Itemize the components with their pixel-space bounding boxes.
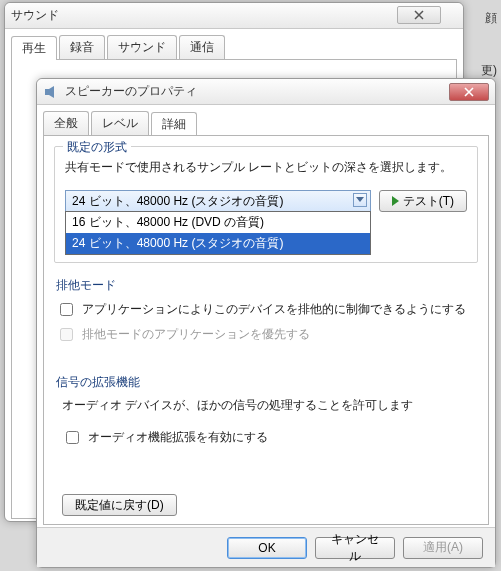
chevron-down-icon: [353, 193, 367, 207]
combo-option-24bit[interactable]: 24 ビット、48000 Hz (スタジオの音質): [66, 233, 370, 254]
apply-button[interactable]: 適用(A): [403, 537, 483, 559]
dialog-title: スピーカーのプロパティ: [65, 83, 449, 100]
exclusive-mode-legend: 排他モード: [56, 277, 476, 294]
tab-sounds[interactable]: サウンド: [107, 35, 177, 59]
audio-enhance-checkbox-row[interactable]: オーディオ機能拡張を有効にする: [62, 428, 476, 447]
dialog-close-button[interactable]: [449, 83, 489, 101]
tab-communication[interactable]: 通信: [179, 35, 225, 59]
signal-enhance-legend: 信号の拡張機能: [56, 374, 476, 391]
exclusive-control-checkbox-row[interactable]: アプリケーションによりこのデバイスを排他的に制御できるようにする: [56, 300, 476, 319]
exclusive-control-label: アプリケーションによりこのデバイスを排他的に制御できるようにする: [82, 301, 466, 318]
exclusive-mode-group: 排他モード アプリケーションによりこのデバイスを排他的に制御できるようにする 排…: [54, 277, 478, 360]
tab-recording[interactable]: 録音: [59, 35, 105, 59]
sound-tabs: 再生 録音 サウンド 通信: [5, 29, 463, 59]
signal-enhance-group: 信号の拡張機能 オーディオ デバイスが、ほかの信号の処理することを許可します オ…: [54, 374, 478, 463]
sample-format-combo[interactable]: 24 ビット、48000 Hz (スタジオの音質) 16 ビット、48000 H…: [65, 190, 371, 212]
cutoff-text-2: 更): [481, 62, 497, 79]
sound-close-button[interactable]: [397, 6, 441, 24]
sound-title: サウンド: [11, 7, 457, 24]
play-icon: [392, 196, 399, 206]
restore-defaults-button[interactable]: 既定値に戻す(D): [62, 494, 177, 516]
exclusive-control-checkbox[interactable]: [60, 303, 73, 316]
apply-label: 適用(A): [423, 539, 463, 556]
tab-level[interactable]: レベル: [91, 111, 149, 135]
signal-enhance-desc: オーディオ デバイスが、ほかの信号の処理することを許可します: [62, 397, 476, 414]
advanced-tab-body: 既定の形式 共有モードで使用されるサンプル レートとビットの深さを選択します。 …: [43, 135, 489, 525]
exclusive-priority-checkbox-row: 排他モードのアプリケーションを優先する: [56, 325, 476, 344]
cancel-button[interactable]: キャンセル: [315, 537, 395, 559]
dialog-tabs: 全般 レベル 詳細: [37, 105, 495, 135]
default-format-group: 既定の形式 共有モードで使用されるサンプル レートとビットの深さを選択します。 …: [54, 146, 478, 263]
ok-label: OK: [258, 541, 275, 555]
speaker-properties-dialog: スピーカーのプロパティ 全般 レベル 詳細 既定の形式 共有モードで使用されるサ…: [36, 78, 496, 568]
test-button[interactable]: テスト(T): [379, 190, 467, 212]
exclusive-priority-label: 排他モードのアプリケーションを優先する: [82, 326, 310, 343]
restore-defaults-label: 既定値に戻す(D): [75, 497, 164, 514]
tab-playback[interactable]: 再生: [11, 36, 57, 60]
close-x-icon: [463, 87, 475, 97]
combo-dropdown: 16 ビット、48000 Hz (DVD の音質) 24 ビット、48000 H…: [65, 211, 371, 255]
tab-advanced[interactable]: 詳細: [151, 112, 197, 136]
ok-button[interactable]: OK: [227, 537, 307, 559]
close-x-icon: [413, 10, 425, 20]
cancel-label: キャンセル: [328, 531, 382, 565]
audio-enhance-checkbox[interactable]: [66, 431, 79, 444]
cutoff-text-1: 顔: [485, 10, 497, 27]
default-format-legend: 既定の形式: [63, 139, 131, 156]
test-button-label: テスト(T): [403, 193, 454, 210]
dialog-titlebar: スピーカーのプロパティ: [37, 79, 495, 105]
combo-selected-value: 24 ビット、48000 Hz (スタジオの音質): [65, 190, 371, 212]
speaker-icon: [43, 84, 59, 100]
tab-general[interactable]: 全般: [43, 111, 89, 135]
dialog-footer: OK キャンセル 適用(A): [37, 527, 495, 567]
audio-enhance-label: オーディオ機能拡張を有効にする: [88, 429, 268, 446]
svg-rect-0: [45, 89, 49, 95]
exclusive-priority-checkbox: [60, 328, 73, 341]
sound-titlebar: サウンド: [5, 3, 463, 29]
default-format-desc: 共有モードで使用されるサンプル レートとビットの深さを選択します。: [65, 159, 467, 176]
combo-option-16bit[interactable]: 16 ビット、48000 Hz (DVD の音質): [66, 212, 370, 233]
